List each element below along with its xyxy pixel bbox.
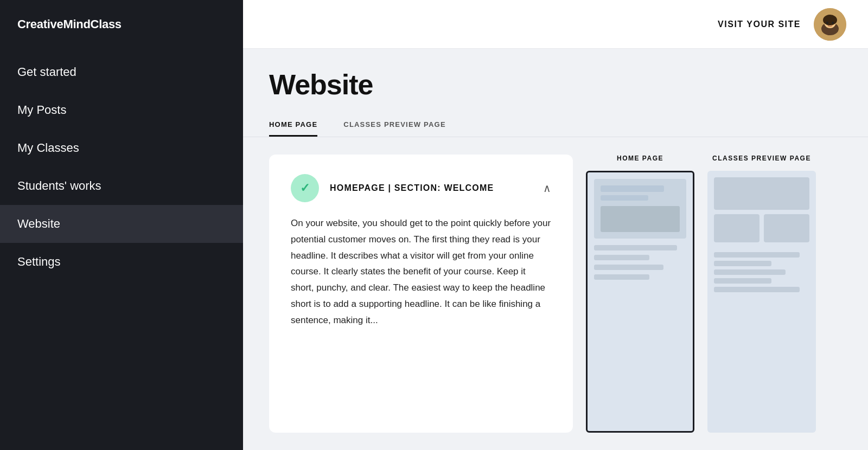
mock-line-3 xyxy=(594,265,663,270)
check-circle-icon: ✓ xyxy=(291,174,319,202)
classes-preview-label: CLASSES PREVIEW PAGE xyxy=(707,155,816,171)
home-page-preview-mock[interactable] xyxy=(586,171,694,433)
classes-preview-mock[interactable] xyxy=(707,171,816,433)
mock-small-lines xyxy=(714,252,809,292)
tab-home-page[interactable]: HOME PAGE xyxy=(269,114,317,137)
avatar-image xyxy=(814,8,846,41)
previews-area: HOME PAGE xyxy=(586,155,842,433)
chevron-up-icon[interactable]: ∧ xyxy=(543,182,551,195)
content-area: Website HOME PAGE CLASSES PREVIEW PAGE ✓… xyxy=(243,49,868,450)
sidebar-item-my-posts[interactable]: My Posts xyxy=(0,91,243,129)
mock-blocks-row xyxy=(714,214,809,242)
home-page-preview-label: HOME PAGE xyxy=(586,155,694,171)
panels-area: ✓ HOMEPAGE | Section: Welcome ∧ On your … xyxy=(243,137,868,450)
mock-small-line-4 xyxy=(714,278,771,284)
page-title: Website xyxy=(269,68,842,101)
sidebar-item-get-started[interactable]: Get started xyxy=(0,53,243,91)
sidebar-item-students-works[interactable]: Students' works xyxy=(0,167,243,205)
sidebar-item-settings[interactable]: Settings xyxy=(0,243,243,281)
tab-classes-preview-page[interactable]: CLASSES PREVIEW PAGE xyxy=(343,114,445,137)
page-title-bar: Website xyxy=(243,49,868,114)
mock-small-line-2 xyxy=(714,261,771,266)
mock-block-1 xyxy=(714,214,760,242)
svg-point-5 xyxy=(832,22,834,24)
sidebar-navigation: Get started My Posts My Classes Students… xyxy=(0,53,243,450)
svg-point-4 xyxy=(826,22,828,24)
checkmark-icon: ✓ xyxy=(300,181,310,195)
card-header: ✓ HOMEPAGE | Section: Welcome ∧ xyxy=(291,174,551,202)
card-section-title: HOMEPAGE | Section: Welcome xyxy=(330,183,537,193)
mock-small-line-1 xyxy=(714,252,800,258)
mock-line-4 xyxy=(594,274,649,280)
topbar: VISIT YOUR SITE xyxy=(243,0,868,49)
mock-small-line-5 xyxy=(714,287,800,292)
mock-small-line-3 xyxy=(714,269,786,275)
mock-big-block xyxy=(714,177,809,210)
mock-block-2 xyxy=(764,214,809,242)
info-card: ✓ HOMEPAGE | Section: Welcome ∧ On your … xyxy=(269,155,573,433)
tabs-row: HOME PAGE CLASSES PREVIEW PAGE xyxy=(243,114,868,137)
visit-site-button[interactable]: VISIT YOUR SITE xyxy=(718,20,801,29)
sidebar: CreativeMindClass Get started My Posts M… xyxy=(0,0,243,450)
mock-line-2 xyxy=(594,255,649,260)
classes-preview-col: CLASSES PREVIEW PAGE xyxy=(707,155,816,433)
avatar[interactable] xyxy=(814,8,846,41)
svg-point-3 xyxy=(823,15,837,25)
mock-screen xyxy=(594,179,686,239)
home-page-preview-col: HOME PAGE xyxy=(586,155,694,433)
sidebar-item-my-classes[interactable]: My Classes xyxy=(0,129,243,167)
card-body-text: On your website, you should get to the p… xyxy=(291,215,551,328)
sidebar-item-website[interactable]: Website xyxy=(0,205,243,243)
mock-line-1 xyxy=(594,245,677,250)
main-area: VISIT YOUR SITE Website HOME PAGE CLA xyxy=(243,0,868,450)
sidebar-logo: CreativeMindClass xyxy=(0,0,243,53)
